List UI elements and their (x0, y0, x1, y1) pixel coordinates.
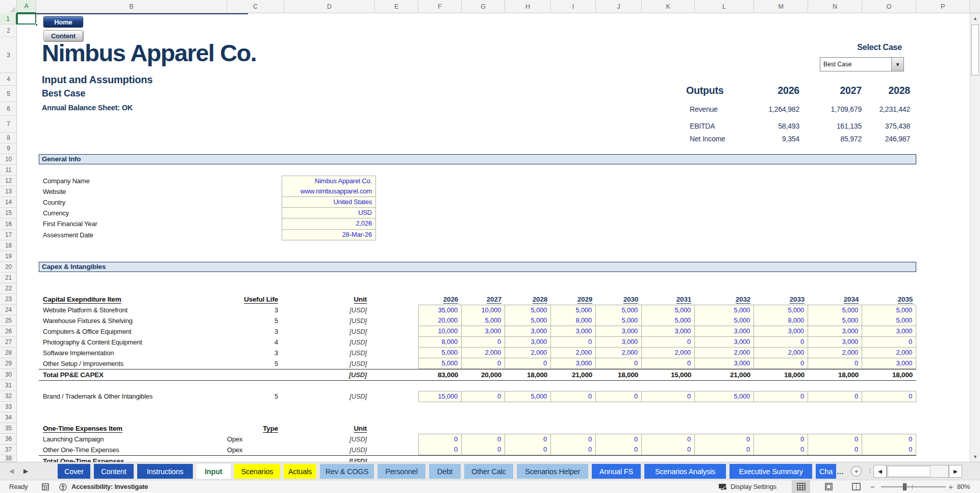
row-header-34[interactable]: 34 (0, 412, 17, 423)
tab-instructions[interactable]: Instructions (137, 464, 193, 479)
table-input-cell[interactable]: 5,000 (754, 305, 808, 316)
row-header-10[interactable]: 10 (0, 154, 17, 165)
table-input-cell[interactable]: 0 (808, 445, 862, 455)
row-header-36[interactable]: 36 (0, 434, 17, 445)
table-input-cell[interactable]: 0 (596, 358, 642, 369)
row-header-26[interactable]: 26 (0, 326, 17, 337)
row-header-31[interactable]: 31 (0, 380, 17, 391)
table-input-cell[interactable]: 5,000 (642, 315, 695, 326)
table-input-cell[interactable]: 0 (462, 358, 505, 369)
column-header-k[interactable]: K (642, 0, 695, 13)
table-input-cell[interactable]: 3,000 (551, 358, 596, 369)
zoom-level[interactable]: 80% (957, 483, 970, 490)
row-header-1[interactable]: 1 (0, 13, 17, 24)
page-break-view-icon[interactable] (847, 480, 865, 493)
macro-record-icon[interactable] (42, 483, 49, 492)
column-header-o[interactable]: O (862, 0, 916, 13)
table-input-cell[interactable]: 0 (754, 391, 808, 402)
column-header-b[interactable]: B (36, 0, 227, 13)
table-input-cell[interactable]: 5,000 (695, 315, 754, 326)
general-info-input[interactable]: 2,026 (282, 218, 376, 230)
zoom-slider-thumb[interactable] (903, 483, 907, 490)
tab-scroll-left-icon[interactable]: ◀ (9, 467, 14, 475)
table-input-cell[interactable]: 5,000 (551, 305, 596, 316)
table-input-cell[interactable]: 3,000 (695, 337, 754, 348)
tab-actuals[interactable]: Actuals (284, 464, 316, 479)
row-header-17[interactable]: 17 (0, 230, 17, 240)
table-input-cell[interactable]: 0 (642, 434, 695, 445)
table-input-cell[interactable]: 15,000 (418, 391, 462, 402)
column-header-j[interactable]: J (596, 0, 642, 13)
row-header-6[interactable]: 6 (0, 102, 17, 116)
table-row-life[interactable]: 5 (227, 392, 278, 400)
column-header-c[interactable]: C (227, 0, 284, 13)
table-row-life[interactable]: 5 (227, 360, 278, 367)
table-input-cell[interactable]: 0 (551, 434, 596, 445)
table-input-cell[interactable]: 0 (462, 445, 505, 455)
tab-scenarios-analysis[interactable]: Scenarios Analysis (644, 464, 726, 479)
table-input-cell[interactable]: 3,000 (596, 337, 642, 348)
table-input-cell[interactable]: 0 (754, 445, 808, 455)
table-input-cell[interactable]: 8,000 (418, 337, 462, 348)
row-header-35[interactable]: 35 (0, 423, 17, 434)
table-input-cell[interactable]: 3,000 (642, 326, 695, 337)
row-header-7[interactable]: 7 (0, 116, 17, 133)
table-input-cell[interactable]: 0 (642, 391, 695, 402)
display-settings-label[interactable]: Display Settings (731, 483, 776, 490)
select-all-corner[interactable] (0, 0, 17, 13)
table-input-cell[interactable]: 0 (862, 445, 916, 455)
table-input-cell[interactable]: 0 (862, 434, 916, 445)
table-input-cell[interactable]: 5,000 (505, 315, 551, 326)
row-header-8[interactable]: 8 (0, 133, 17, 143)
table-input-cell[interactable]: 2,000 (505, 348, 551, 358)
row-header-18[interactable]: 18 (0, 240, 17, 251)
table-row-life[interactable]: 5 (227, 317, 278, 325)
column-header-m[interactable]: M (754, 0, 808, 13)
table-input-cell[interactable]: 0 (808, 358, 862, 369)
table-input-cell[interactable]: 3,000 (462, 326, 505, 337)
row-header-16[interactable]: 16 (0, 218, 17, 230)
table-input-cell[interactable]: 0 (505, 358, 551, 369)
table-input-cell[interactable]: 5,000 (695, 391, 754, 402)
row-header-22[interactable]: 22 (0, 283, 17, 294)
table-input-cell[interactable]: 0 (551, 337, 596, 348)
vertical-scrollbar[interactable]: ▲ ▼ (970, 13, 980, 462)
row-header-5[interactable]: 5 (0, 86, 17, 102)
row-header-3[interactable]: 3 (0, 37, 17, 73)
table-input-cell[interactable]: 0 (505, 445, 551, 455)
table-input-cell[interactable]: 0 (551, 391, 596, 402)
tab-rev-cogs[interactable]: Rev & COGS (320, 464, 374, 479)
tab-scenarios[interactable]: Scenarios (234, 464, 280, 479)
table-input-cell[interactable]: 0 (808, 434, 862, 445)
select-case-dropdown[interactable]: Best Case ▼ (820, 57, 904, 71)
row-header-19[interactable]: 19 (0, 251, 17, 262)
table-input-cell[interactable]: 10,000 (462, 305, 505, 316)
table-input-cell[interactable]: 0 (642, 337, 695, 348)
row-header-12[interactable]: 12 (0, 176, 17, 186)
table-input-cell[interactable]: 0 (862, 391, 916, 402)
hscroll-right-icon[interactable]: ▶ (949, 465, 962, 478)
table-row-life[interactable]: 3 (227, 349, 278, 357)
table-input-cell[interactable]: 0 (462, 434, 505, 445)
row-header-27[interactable]: 27 (0, 337, 17, 348)
zoom-slider-track[interactable] (881, 486, 946, 487)
table-input-cell[interactable]: 8,000 (754, 315, 808, 326)
row-header-11[interactable]: 11 (0, 165, 17, 176)
tab-overflow-ellipsis[interactable]: … (837, 467, 844, 476)
row-header-14[interactable]: 14 (0, 197, 17, 208)
row-headers[interactable]: 1234567891011121314151617181920212223242… (0, 13, 17, 462)
horizontal-scrollbar[interactable] (887, 465, 949, 478)
page-layout-view-icon[interactable] (819, 480, 838, 493)
table-input-cell[interactable]: 5,000 (596, 315, 642, 326)
table-input-cell[interactable]: 0 (596, 391, 642, 402)
table-input-cell[interactable]: 5,000 (862, 305, 916, 316)
column-header-a[interactable]: A (17, 0, 36, 13)
table-input-cell[interactable]: 0 (418, 445, 462, 455)
column-header-n[interactable]: N (808, 0, 862, 13)
fill-handle[interactable] (35, 23, 38, 26)
column-header-i[interactable]: I (551, 0, 596, 13)
table-input-cell[interactable]: 5,000 (695, 305, 754, 316)
tab-cover[interactable]: Cover (58, 464, 90, 479)
row-header-32[interactable]: 32 (0, 391, 17, 402)
table-input-cell[interactable]: 2,000 (695, 348, 754, 358)
